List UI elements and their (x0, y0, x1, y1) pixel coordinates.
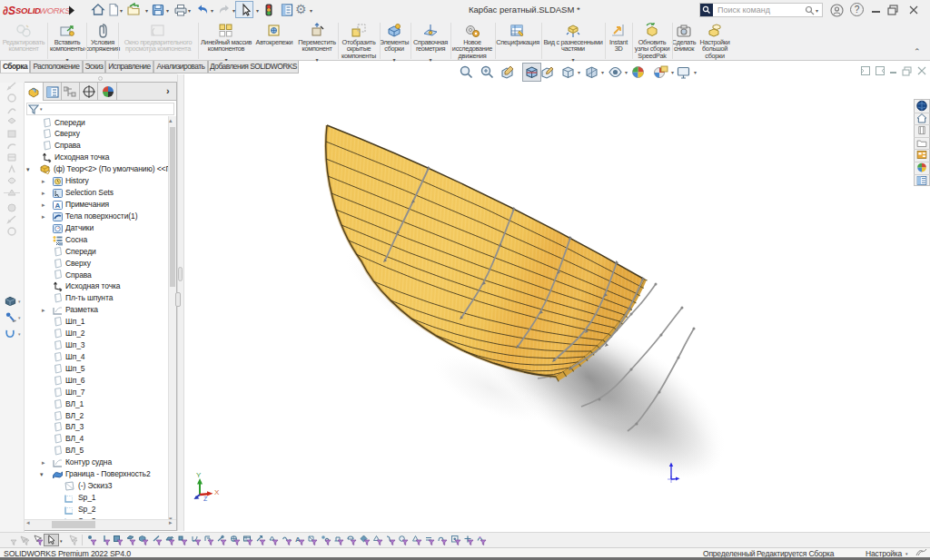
svg-text:A: A (295, 535, 301, 544)
svg-text:X: X (214, 488, 220, 496)
svg-text:Z: Z (203, 496, 208, 502)
svg-text:Y: Y (196, 471, 202, 479)
svg-text:A: A (55, 201, 61, 210)
